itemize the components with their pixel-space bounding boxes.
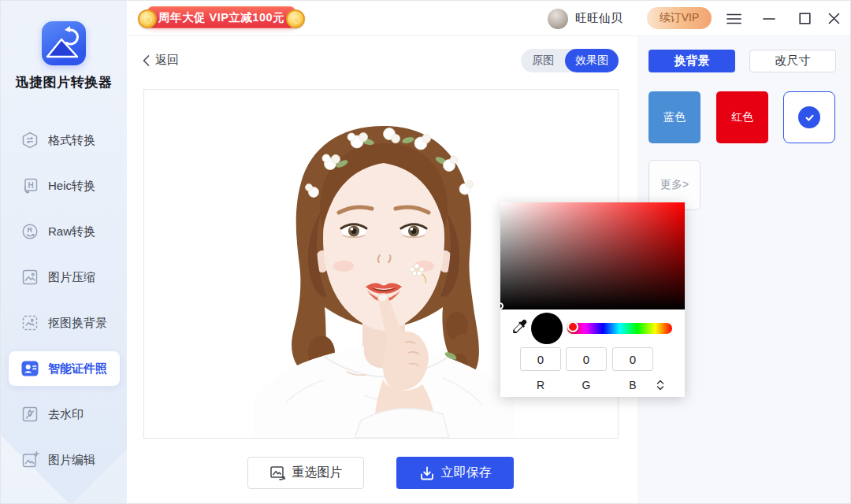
cutout-background-icon — [20, 313, 39, 332]
sidebar-item-label: 智能证件照 — [48, 361, 107, 376]
sidebar-item-label: Heic转换 — [48, 179, 95, 194]
sidebar-item-image-edit[interactable]: 图片编辑 — [1, 437, 127, 483]
promo-banner[interactable]: 周年大促 VIP立减100元 — [138, 4, 305, 31]
svg-text:H: H — [28, 181, 34, 190]
sidebar-item-raw-convert[interactable]: R Raw转换 — [1, 209, 127, 254]
save-button[interactable]: 立即保存 — [396, 457, 514, 489]
g-label: G — [566, 379, 607, 391]
sidebar: 迅捷图片转换器 格式转换 H Heic转换 — [1, 1, 127, 504]
svg-text:R: R — [28, 225, 33, 234]
sidebar-item-label: 图片压缩 — [48, 270, 95, 285]
b-value-input[interactable] — [612, 347, 653, 371]
app-window: 迅捷图片转换器 格式转换 H Heic转换 — [0, 0, 851, 504]
id-photo-icon — [20, 359, 39, 378]
eyedropper-icon[interactable] — [511, 318, 528, 335]
menu-button[interactable] — [722, 1, 745, 36]
g-value-input[interactable] — [566, 347, 607, 371]
username: 旺旺仙贝 — [575, 11, 622, 26]
close-button[interactable] — [822, 1, 845, 36]
sidebar-item-remove-watermark[interactable]: 去水印 — [1, 391, 127, 437]
avatar — [548, 9, 568, 29]
r-value-input[interactable] — [520, 347, 561, 371]
selected-check-badge — [798, 106, 820, 128]
sidebar-item-label: Raw转换 — [48, 224, 95, 239]
current-color-swatch — [531, 313, 563, 344]
heic-convert-icon: H — [20, 176, 39, 195]
maximize-icon — [799, 13, 811, 24]
sidebar-item-label: 抠图换背景 — [48, 316, 107, 331]
color-picker-panel: R G B — [500, 202, 685, 397]
reselect-image-label: 重选图片 — [292, 465, 343, 481]
saturation-value-area[interactable] — [500, 202, 685, 309]
saturation-cursor[interactable] — [500, 302, 504, 309]
hue-slider[interactable] — [567, 323, 672, 334]
user-account[interactable]: 旺旺仙贝 — [548, 1, 622, 36]
topbar: 周年大促 VIP立减100元 旺旺仙贝 续订VIP — [127, 1, 851, 36]
b-label: B — [612, 379, 653, 391]
toggle-effect[interactable]: 效果图 — [565, 49, 619, 72]
sidebar-item-image-compress[interactable]: 图片压缩 — [1, 254, 127, 300]
promo-banner-text: 周年大促 VIP立减100元 — [158, 10, 284, 25]
chevron-left-icon — [143, 55, 150, 66]
app-title: 迅捷图片转换器 — [1, 73, 127, 91]
download-icon — [419, 465, 435, 481]
view-toggle: 原图 效果图 — [521, 49, 619, 72]
sidebar-item-cutout-background[interactable]: 抠图换背景 — [1, 300, 127, 346]
sidebar-item-label: 去水印 — [48, 407, 84, 422]
image-compress-icon — [20, 268, 39, 287]
sidebar-item-format-convert[interactable]: 格式转换 — [1, 117, 127, 163]
reselect-image-icon — [269, 465, 286, 481]
check-icon — [804, 112, 816, 124]
maximize-button[interactable] — [793, 1, 816, 36]
swatch-custom-selected[interactable] — [783, 91, 835, 143]
portrait-photo — [254, 120, 514, 438]
toggle-original[interactable]: 原图 — [521, 49, 565, 72]
r-label: R — [520, 379, 561, 391]
image-edit-icon — [20, 450, 39, 469]
sidebar-item-heic-convert[interactable]: H Heic转换 — [1, 163, 127, 209]
hue-slider-thumb[interactable] — [567, 321, 578, 332]
save-label: 立即保存 — [441, 465, 492, 481]
minimize-button[interactable] — [757, 1, 781, 36]
remove-watermark-icon — [20, 405, 39, 424]
coin-icon — [138, 9, 157, 28]
renew-vip-button[interactable]: 续订VIP — [647, 7, 712, 29]
close-icon — [828, 13, 840, 24]
back-button[interactable]: 返回 — [143, 53, 179, 68]
swatch-blue[interactable]: 蓝色 — [648, 91, 700, 143]
back-label: 返回 — [155, 53, 179, 68]
sidebar-menu: 格式转换 H Heic转换 R Raw转换 — [1, 117, 127, 483]
hamburger-icon — [727, 13, 741, 24]
coin-icon — [286, 9, 305, 28]
app-logo-icon — [42, 21, 86, 65]
sidebar-item-id-photo[interactable]: 智能证件照 — [1, 346, 127, 391]
reselect-image-button[interactable]: 重选图片 — [247, 457, 364, 489]
resize-button[interactable]: 改尺寸 — [749, 50, 836, 72]
color-mode-toggle-icon[interactable] — [656, 379, 665, 391]
sidebar-item-label: 格式转换 — [48, 133, 95, 148]
format-convert-icon — [20, 131, 39, 150]
swatch-red[interactable]: 红色 — [716, 91, 768, 143]
minimize-icon — [763, 17, 775, 20]
change-background-button[interactable]: 换背景 — [648, 50, 735, 72]
sidebar-item-label: 图片编辑 — [48, 453, 95, 468]
raw-convert-icon: R — [20, 222, 39, 241]
